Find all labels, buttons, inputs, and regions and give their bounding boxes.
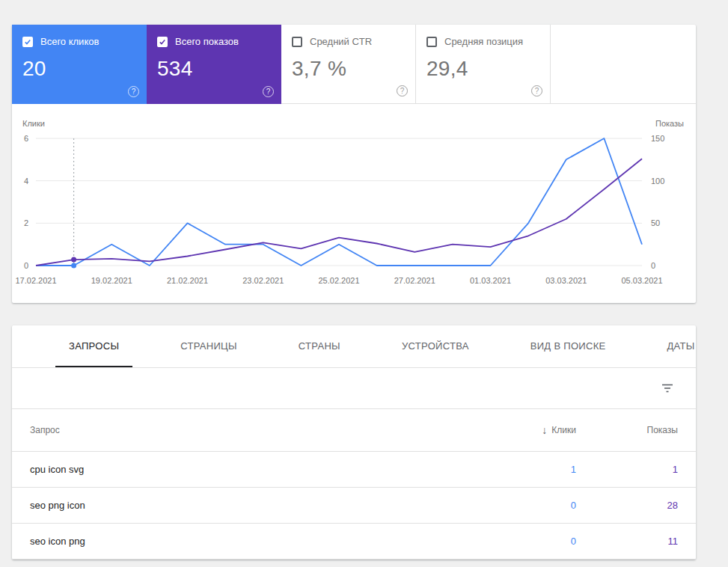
total-clicks-value: 20 — [22, 57, 136, 81]
tiles-filler — [551, 25, 696, 104]
svg-text:2: 2 — [24, 218, 28, 227]
table-filter-row — [12, 368, 696, 409]
svg-text:25.02.2021: 25.02.2021 — [318, 276, 359, 285]
tab-countries[interactable]: СТРАНЫ — [285, 325, 354, 367]
tab-queries[interactable]: ЗАПРОСЫ — [55, 325, 132, 367]
table-row[interactable]: seo png icon 0 28 — [12, 488, 696, 524]
svg-text:23.02.2021: 23.02.2021 — [242, 276, 284, 285]
help-icon[interactable]: ? — [128, 86, 139, 97]
table-header: Запрос ↓ Клики Показы — [12, 409, 696, 452]
tab-pages[interactable]: СТРАНИЦЫ — [167, 325, 251, 367]
svg-text:100: 100 — [651, 177, 664, 186]
tile-label: Всего показов — [175, 36, 239, 47]
total-impressions-value: 534 — [157, 57, 271, 81]
svg-text:4: 4 — [24, 177, 28, 186]
query-cell: cpu icon svg — [30, 464, 456, 475]
average-ctr-value: 3,7 % — [292, 57, 405, 81]
svg-text:03.03.2021: 03.03.2021 — [545, 276, 587, 285]
table-row[interactable]: seo icon png 0 11 — [12, 524, 696, 560]
svg-text:6: 6 — [24, 134, 28, 143]
check-icon — [159, 37, 166, 46]
ctr-checkbox[interactable] — [292, 37, 302, 47]
svg-text:01.03.2021: 01.03.2021 — [470, 276, 511, 285]
svg-text:Показы: Показы — [655, 119, 684, 128]
clicks-column-label: Клики — [551, 425, 576, 435]
check-icon — [24, 37, 31, 46]
query-column-header[interactable]: Запрос — [30, 425, 456, 435]
impressions-cell: 1 — [576, 464, 678, 475]
tab-dates[interactable]: ДАТЫ — [654, 325, 709, 367]
tab-devices[interactable]: УСТРОЙСТВА — [388, 325, 483, 367]
impressions-column-header[interactable]: Показы — [576, 425, 678, 435]
svg-text:150: 150 — [651, 134, 664, 143]
tile-label: Средняя позиция — [444, 36, 523, 47]
tile-label: Всего кликов — [40, 36, 99, 47]
dimension-tabs: ЗАПРОСЫ СТРАНИЦЫ СТРАНЫ УСТРОЙСТВА ВИД В… — [12, 325, 696, 368]
performance-chart: 0246050100150КликиПоказы17.02.202119.02.… — [12, 104, 696, 303]
svg-text:19.02.2021: 19.02.2021 — [91, 276, 132, 285]
help-icon[interactable]: ? — [531, 85, 542, 96]
clicks-cell: 0 — [456, 500, 576, 511]
search-console-performance-page: Всего кликов 20 ? Всего показов 534 ? — [0, 0, 728, 560]
clicks-column-header[interactable]: ↓ Клики — [456, 424, 576, 436]
filter-list-icon[interactable] — [658, 379, 676, 397]
metric-tiles-row: Всего кликов 20 ? Всего показов 534 ? — [12, 25, 696, 104]
tile-label: Средний CTR — [310, 36, 372, 47]
help-icon[interactable]: ? — [263, 86, 274, 97]
impressions-checkbox[interactable] — [157, 37, 168, 47]
svg-text:0: 0 — [24, 261, 28, 270]
svg-text:21.02.2021: 21.02.2021 — [167, 276, 208, 285]
metric-tile-total-impressions[interactable]: Всего показов 534 ? — [147, 25, 281, 104]
svg-text:Клики: Клики — [22, 119, 45, 128]
clicks-checkbox[interactable] — [22, 37, 33, 47]
svg-text:0: 0 — [651, 261, 655, 270]
sort-desc-icon: ↓ — [542, 424, 547, 436]
svg-text:27.02.2021: 27.02.2021 — [394, 276, 435, 285]
clicks-cell: 1 — [456, 464, 576, 475]
clicks-impressions-line-chart[interactable]: 0246050100150КликиПоказы17.02.202119.02.… — [12, 116, 696, 289]
help-icon[interactable]: ? — [397, 85, 408, 96]
query-cell: seo png icon — [30, 500, 456, 511]
svg-text:50: 50 — [651, 218, 660, 227]
metric-tile-total-clicks[interactable]: Всего кликов 20 ? — [12, 25, 147, 104]
clicks-cell: 0 — [456, 536, 576, 547]
average-position-value: 29,4 — [426, 57, 539, 81]
svg-text:17.02.2021: 17.02.2021 — [15, 276, 56, 285]
performance-chart-card: Всего кликов 20 ? Всего показов 534 ? — [12, 25, 696, 303]
tab-search-appearance[interactable]: ВИД В ПОИСКЕ — [517, 325, 620, 367]
impressions-cell: 11 — [576, 536, 678, 547]
query-cell: seo icon png — [30, 536, 456, 547]
table-row[interactable]: cpu icon svg 1 1 — [12, 452, 696, 488]
impressions-cell: 28 — [576, 500, 678, 511]
performance-table-card: ЗАПРОСЫ СТРАНИЦЫ СТРАНЫ УСТРОЙСТВА ВИД В… — [12, 325, 696, 560]
svg-text:05.03.2021: 05.03.2021 — [621, 276, 662, 285]
metric-tile-average-position[interactable]: Средняя позиция 29,4 ? — [416, 25, 551, 104]
metric-tile-average-ctr[interactable]: Средний CTR 3,7 % ? — [281, 25, 416, 104]
position-checkbox[interactable] — [426, 37, 437, 47]
